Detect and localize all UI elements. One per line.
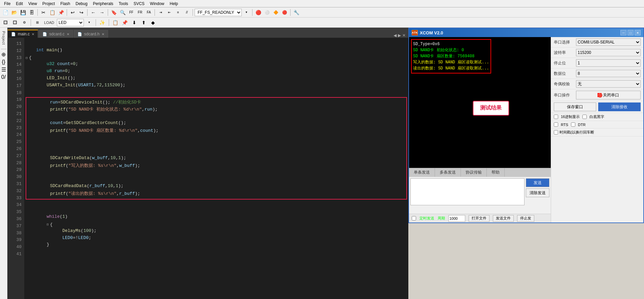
- menu-help[interactable]: Help: [167, 1, 181, 7]
- tab-nav-close[interactable]: ✕: [402, 33, 406, 38]
- xcom-tab-multi[interactable]: 多条发送: [435, 168, 461, 177]
- toolbar2-arrow[interactable]: ▼: [85, 19, 93, 27]
- stop-send-btn[interactable]: 停止发: [517, 215, 534, 222]
- nav-fwd-btn[interactable]: →: [98, 8, 106, 17]
- send-file-btn[interactable]: 发送文件: [493, 215, 514, 222]
- code-area[interactable]: 11 12 13 14 15 16 17 18 19 20 21 22 23 2…: [7, 38, 408, 299]
- menu-peripherals[interactable]: Peripherals: [90, 1, 116, 7]
- interval-input[interactable]: [448, 215, 465, 222]
- auto-send-checkbox[interactable]: [412, 216, 416, 220]
- xcom-tab-protocol[interactable]: 协议传输: [461, 168, 487, 177]
- save-btn[interactable]: 💾: [19, 8, 27, 17]
- cut-btn[interactable]: ✂: [39, 8, 47, 17]
- sep6: [193, 9, 193, 16]
- clear-recv-btn[interactable]: 清除接收: [598, 102, 641, 111]
- menu-svcs[interactable]: SVCS: [131, 1, 147, 7]
- replace-btn[interactable]: FR: [136, 8, 144, 17]
- nav-back-btn[interactable]: ←: [89, 8, 97, 17]
- tab-nav-right[interactable]: ▶: [398, 33, 401, 38]
- menu-project[interactable]: Project: [40, 1, 58, 7]
- save-all-btn[interactable]: 🗄: [28, 8, 36, 17]
- tab-close-sdcard-c[interactable]: ✕: [67, 32, 69, 36]
- xcom-tab-single[interactable]: 单条发送: [409, 168, 435, 177]
- white-bg-checkbox[interactable]: [582, 115, 587, 119]
- settings-btn[interactable]: 🔧: [292, 8, 300, 17]
- redo-btn[interactable]: ↪: [77, 8, 86, 17]
- ln-16: 16: [10, 76, 22, 83]
- paste-btn[interactable]: 📌: [57, 8, 65, 17]
- dtr-checkbox[interactable]: [571, 122, 575, 127]
- target-dropdown[interactable]: FF_FS_READONLY FF_FS_MINIMIZE: [195, 9, 242, 16]
- menu-edit[interactable]: Edit: [13, 1, 26, 7]
- code-line-36: ⊟{: [26, 221, 407, 228]
- load-label: LOAD: [43, 21, 56, 25]
- menu-tools[interactable]: Tools: [116, 1, 131, 7]
- toolbar2-magic[interactable]: ✨: [98, 19, 106, 27]
- xcom-maximize-btn[interactable]: □: [628, 30, 634, 35]
- stop-bit-dropdown[interactable]: 1: [576, 59, 641, 67]
- search-btn[interactable]: 🔍: [118, 8, 127, 17]
- timestamp-checkbox[interactable]: [554, 130, 558, 134]
- save-window-btn[interactable]: 保存窗口: [554, 102, 596, 111]
- menu-window[interactable]: Window: [147, 1, 167, 7]
- clear-send-btn[interactable]: 清除发送: [526, 188, 549, 197]
- toolbar2-diamond[interactable]: ◆: [149, 19, 157, 27]
- led-dropdown[interactable]: LED: [57, 19, 84, 26]
- sidebar-icon-1[interactable]: ⊕: [1, 51, 6, 58]
- tab-close-sdcard-h[interactable]: ✕: [102, 32, 104, 36]
- stop-btn[interactable]: 🔶: [272, 8, 280, 17]
- xcom-close-btn[interactable]: ✕: [635, 30, 641, 35]
- serial-select-dropdown[interactable]: COM8:USB-SERIAL: [576, 38, 641, 46]
- toolbar2-paste2[interactable]: 📌: [121, 19, 129, 27]
- sidebar-icon-2[interactable]: {}: [1, 58, 6, 66]
- hex-display-checkbox[interactable]: [554, 115, 558, 119]
- build-btn[interactable]: 🔴: [254, 8, 262, 17]
- sidebar-icon-3[interactable]: ☰: [1, 66, 7, 73]
- data-bit-dropdown[interactable]: 8: [576, 70, 641, 77]
- parity-dropdown[interactable]: 无: [576, 80, 641, 88]
- xcom-minimize-btn[interactable]: ─: [620, 30, 626, 35]
- toolbar2-dl[interactable]: ⬇: [130, 19, 138, 27]
- xcom-tab-help[interactable]: 帮助: [487, 168, 505, 177]
- format-btn[interactable]: ≡: [174, 8, 182, 17]
- find-btn[interactable]: FF: [127, 8, 135, 17]
- baud-dropdown[interactable]: 115200: [576, 49, 641, 56]
- rts-checkbox[interactable]: [554, 122, 558, 127]
- menu-view[interactable]: View: [26, 1, 40, 7]
- findfile-btn[interactable]: FA: [145, 8, 153, 17]
- terminal-content[interactable]: SD_Type=0x6 SD NAND卡 初始化状态: 0 SD NAND卡 扇…: [409, 37, 551, 168]
- menu-debug[interactable]: Debug: [73, 1, 90, 7]
- menu-file[interactable]: File: [1, 1, 13, 7]
- ln-19: 19: [10, 96, 22, 103]
- code-content[interactable]: int main() ⊟{ u32 count=0; u8 run=0; LED…: [24, 38, 408, 299]
- sidebar-icon-4[interactable]: 0/: [1, 73, 6, 81]
- toolbar2-btn1[interactable]: 🔲: [1, 19, 9, 27]
- send-input[interactable]: [410, 178, 524, 205]
- debug-run-btn[interactable]: 🔴: [280, 8, 289, 17]
- bookmark-btn[interactable]: 🔖: [110, 8, 118, 17]
- toolbar2-btn2[interactable]: 🔲: [11, 19, 19, 27]
- copy-btn[interactable]: 📋: [48, 8, 56, 17]
- project-tab[interactable]: Project: [1, 28, 6, 48]
- unindent-btn[interactable]: ⇤: [165, 8, 173, 17]
- comment-btn[interactable]: //: [183, 8, 191, 17]
- toolbar2-btn3[interactable]: ⚙: [20, 19, 28, 27]
- tab-close-main[interactable]: ✕: [32, 32, 34, 36]
- toolbar2-ul[interactable]: ⬆: [140, 19, 148, 27]
- open-btn[interactable]: 📂: [10, 8, 18, 17]
- tab-nav-left[interactable]: ◀: [394, 33, 397, 38]
- send-btn[interactable]: 发送: [526, 178, 549, 187]
- run-btn[interactable]: ⚪: [263, 8, 271, 17]
- open-file-btn[interactable]: 打开文件: [469, 215, 489, 222]
- toolbar2-copy2[interactable]: 📋: [111, 19, 120, 27]
- new-btn[interactable]: 📄: [1, 8, 9, 17]
- tab-sdcard-h[interactable]: 📄 sdcard.h ✕: [74, 30, 108, 38]
- indent-btn[interactable]: ⇥: [157, 8, 165, 17]
- toolbar2-btn4[interactable]: ⊞: [33, 19, 41, 27]
- menu-flash[interactable]: Flash: [58, 1, 73, 7]
- tab-sdcard-c[interactable]: 📄 sdcard.c ✕: [39, 30, 73, 38]
- undo-btn[interactable]: ↩: [69, 8, 77, 17]
- port-op-btn[interactable]: 🔴 关闭串口: [576, 91, 641, 99]
- dropdown-arrow[interactable]: ▼: [242, 8, 250, 17]
- tab-main-c[interactable]: 📄 main.c ✕: [7, 30, 38, 38]
